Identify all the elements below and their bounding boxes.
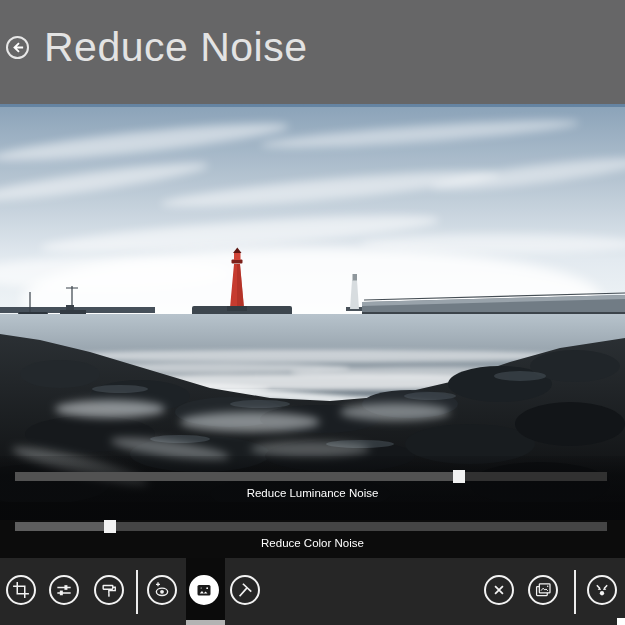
luminance-slider-label: Reduce Luminance Noise [0,487,625,499]
red-eye-icon [152,580,172,600]
back-arrow-icon [10,40,25,55]
app-window: Reduce Noise [0,0,625,625]
toolbar-divider-left [136,570,138,614]
selected-tool-underline [186,620,225,625]
red-eye-button[interactable] [147,575,177,605]
app-bar [0,558,625,625]
paint-roller-button[interactable] [94,575,124,605]
paint-roller-icon [99,580,119,600]
sliders-icon [54,580,74,600]
luminance-noise-slider[interactable] [15,470,607,483]
back-button[interactable] [6,36,29,59]
share-merge-button[interactable] [587,575,617,605]
photo-stack-button[interactable] [528,575,558,605]
luminance-slider-thumb[interactable] [453,470,465,483]
page-title: Reduce Noise [44,24,308,71]
razor-icon [235,580,255,600]
corner-gripper[interactable] [617,618,625,625]
photo-stack-icon [533,580,553,600]
cancel-x-icon [489,580,509,600]
merge-arrows-icon [592,580,612,600]
slider-track[interactable] [15,472,607,481]
crop-icon [11,580,31,600]
crop-button[interactable] [6,575,36,605]
app-header: Reduce Noise [0,0,625,104]
color-slider-thumb[interactable] [104,520,116,533]
cancel-button[interactable] [484,575,514,605]
toolbar-divider-right [574,570,576,614]
color-noise-slider[interactable] [15,520,607,533]
razor-button[interactable] [230,575,260,605]
reduce-noise-button[interactable] [189,575,219,605]
adjustments-button[interactable] [49,575,79,605]
slider-fill [15,472,459,481]
color-slider-label: Reduce Color Noise [0,537,625,549]
slider-fill [15,522,110,531]
photo-noise-icon [194,580,214,600]
